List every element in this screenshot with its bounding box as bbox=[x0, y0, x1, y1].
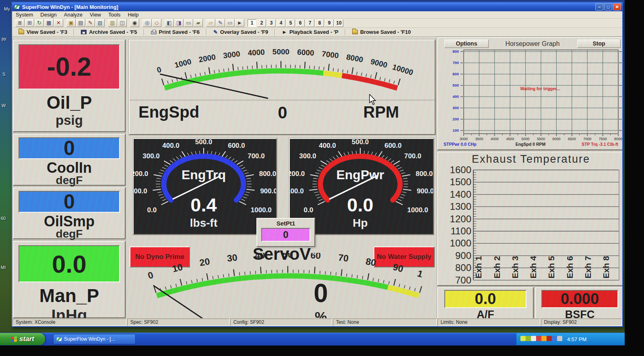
report-icon[interactable]: ▭ bbox=[184, 19, 193, 27]
af-label: A/F bbox=[438, 308, 533, 318]
svg-text:0.4: 0.4 bbox=[190, 194, 217, 215]
open-icon[interactable]: ▱ bbox=[206, 19, 215, 27]
svg-text:700.0: 700.0 bbox=[404, 152, 421, 160]
svg-text:EngPwr: EngPwr bbox=[336, 168, 384, 182]
toolbar-separator bbox=[203, 19, 206, 27]
more-tools-icon[interactable]: ► bbox=[235, 19, 244, 27]
import-panel-icon[interactable]: ◧ bbox=[165, 19, 174, 27]
edit-screen-icon[interactable]: ▧ bbox=[95, 19, 105, 27]
screen-button-4[interactable]: 4 bbox=[277, 19, 285, 27]
manp-value: 0.0 bbox=[19, 245, 120, 282]
svg-text:1400: 1400 bbox=[450, 189, 471, 200]
stop-button[interactable]: Stop bbox=[577, 39, 621, 48]
saved-bar-item-3[interactable]: Print Saved - 'F6 bbox=[144, 28, 206, 36]
volume-icon[interactable] bbox=[557, 336, 562, 341]
svg-text:50: 50 bbox=[283, 253, 293, 260]
layout-config-icon[interactable]: ≣ bbox=[15, 19, 25, 27]
svg-text:60: 60 bbox=[310, 253, 321, 261]
desktop-icon-label-fragment: W bbox=[2, 103, 6, 108]
monitor-icon[interactable] bbox=[536, 336, 541, 341]
menu-view[interactable]: View bbox=[86, 12, 105, 18]
saved-bar-item-1[interactable]: View Saved - 'F3 bbox=[12, 28, 74, 36]
design-tools-icon[interactable]: ✎ bbox=[86, 19, 95, 27]
svg-text:1200: 1200 bbox=[450, 213, 471, 224]
svg-text:Exh 5: Exh 5 bbox=[547, 256, 556, 278]
screen-button-7[interactable]: 7 bbox=[305, 19, 314, 27]
svg-text:900.0: 900.0 bbox=[417, 187, 433, 195]
copy-page-icon[interactable]: ▣ bbox=[66, 19, 76, 27]
menu-tools[interactable]: Tools bbox=[105, 12, 124, 18]
svg-text:100: 100 bbox=[416, 268, 423, 282]
gauge-panel-oilp: -0.2 Oil_P psig bbox=[13, 39, 126, 132]
svg-text:Exh 1: Exh 1 bbox=[474, 256, 483, 278]
print-icon[interactable]: ▭ bbox=[225, 19, 235, 27]
screen-button-1[interactable]: 1 bbox=[248, 19, 256, 27]
gauge-panel-oilsmp: 0 OilSmp degF bbox=[13, 187, 126, 239]
title-bar[interactable]: SuperFlow WinDyn - [Main Monitoring] – □… bbox=[12, 2, 622, 11]
book-icon[interactable]: ◫ bbox=[118, 19, 127, 27]
screen-button-3[interactable]: 3 bbox=[267, 19, 276, 27]
play-icon: ► bbox=[282, 29, 287, 35]
svg-text:800: 800 bbox=[455, 262, 471, 273]
message-icon[interactable] bbox=[531, 336, 536, 341]
toolbar-separator bbox=[162, 19, 165, 27]
menu-system[interactable]: System bbox=[12, 12, 37, 18]
menu-design[interactable]: Design bbox=[37, 12, 60, 18]
horsepower-graph-panel: Options Horsepower Graph Stop 8007006005… bbox=[437, 37, 622, 150]
saved-bar-label: Archive Saved - 'F5 bbox=[89, 29, 137, 35]
new-window-icon[interactable]: ⊞ bbox=[25, 19, 34, 27]
minimize-button[interactable]: – bbox=[595, 3, 603, 10]
svg-text:80: 80 bbox=[365, 256, 377, 268]
overlay-icon[interactable]: ✎ bbox=[216, 19, 225, 27]
network-icon[interactable] bbox=[520, 336, 526, 341]
save-icon[interactable]: ▦ bbox=[44, 19, 54, 27]
taskbar-clock: 4:57 PM bbox=[567, 336, 586, 342]
search-icon[interactable]: ◎ bbox=[142, 19, 152, 27]
af-value: 0.0 bbox=[444, 290, 526, 308]
start-button[interactable]: start bbox=[0, 333, 45, 345]
options-button[interactable]: Options bbox=[444, 39, 489, 48]
library-icon[interactable]: ▤ bbox=[76, 19, 85, 27]
screen-button-8[interactable]: 8 bbox=[315, 19, 324, 27]
saved-bar-item-5[interactable]: ►Playback Saved - 'P bbox=[275, 28, 345, 36]
shield-icon[interactable] bbox=[547, 336, 552, 341]
screen-button-10[interactable]: 10 bbox=[334, 19, 343, 27]
setpt1-field[interactable]: 0 bbox=[261, 228, 310, 242]
display-icon[interactable] bbox=[552, 336, 557, 341]
svg-text:4000: 4000 bbox=[248, 48, 265, 57]
folder-icon bbox=[352, 30, 358, 34]
tag-icon[interactable]: ◇ bbox=[152, 19, 161, 27]
taskbar-task-button[interactable]: SuperFlow WinDyn - [... bbox=[53, 334, 136, 344]
menu-help[interactable]: Help bbox=[124, 12, 142, 18]
export-panel-icon[interactable]: ◨ bbox=[174, 19, 184, 27]
saved-bar-label: Overlay Saved - 'F9 bbox=[220, 29, 268, 35]
saved-bar-item-4[interactable]: ✎Overlay Saved - 'F9 bbox=[207, 28, 275, 36]
toolbar-separator bbox=[127, 19, 130, 27]
disk-icon bbox=[81, 30, 87, 34]
chart-strip-icon[interactable]: ▰ bbox=[194, 19, 203, 27]
svg-text:500.0: 500.0 bbox=[195, 139, 213, 146]
record-icon[interactable]: ◉ bbox=[130, 19, 139, 27]
notes-icon[interactable]: ▥ bbox=[108, 19, 117, 27]
refresh-icon[interactable]: ↻ bbox=[35, 19, 44, 27]
screen-button-9[interactable]: 9 bbox=[325, 19, 334, 27]
saved-bar-item-6[interactable]: Browse Saved - 'F10 bbox=[346, 28, 417, 36]
screen-button-6[interactable]: 6 bbox=[296, 19, 305, 27]
delete-icon[interactable]: ✕ bbox=[54, 19, 63, 27]
toolbar-separator bbox=[64, 19, 66, 27]
svg-text:1000.0: 1000.0 bbox=[407, 206, 428, 214]
maximize-button[interactable]: □ bbox=[604, 3, 612, 10]
screen-button-5[interactable]: 5 bbox=[286, 19, 295, 27]
menu-analyze[interactable]: Analyze bbox=[60, 12, 86, 18]
svg-text:700.0: 700.0 bbox=[248, 152, 265, 160]
network2-icon[interactable] bbox=[526, 336, 531, 341]
close-button[interactable]: ✕ bbox=[613, 3, 621, 10]
alert-icon[interactable] bbox=[541, 336, 547, 341]
svg-text:700: 700 bbox=[452, 60, 459, 65]
screen-button-2[interactable]: 2 bbox=[257, 19, 266, 27]
hp-graph-plot: 8007006005004003002001003000350040004500… bbox=[439, 48, 622, 142]
engspd-value: 0 bbox=[254, 103, 311, 122]
saved-bar-item-2[interactable]: Archive Saved - 'F5 bbox=[74, 28, 143, 36]
svg-text:800.0: 800.0 bbox=[259, 170, 276, 178]
svg-text:Exh 3: Exh 3 bbox=[510, 256, 520, 279]
